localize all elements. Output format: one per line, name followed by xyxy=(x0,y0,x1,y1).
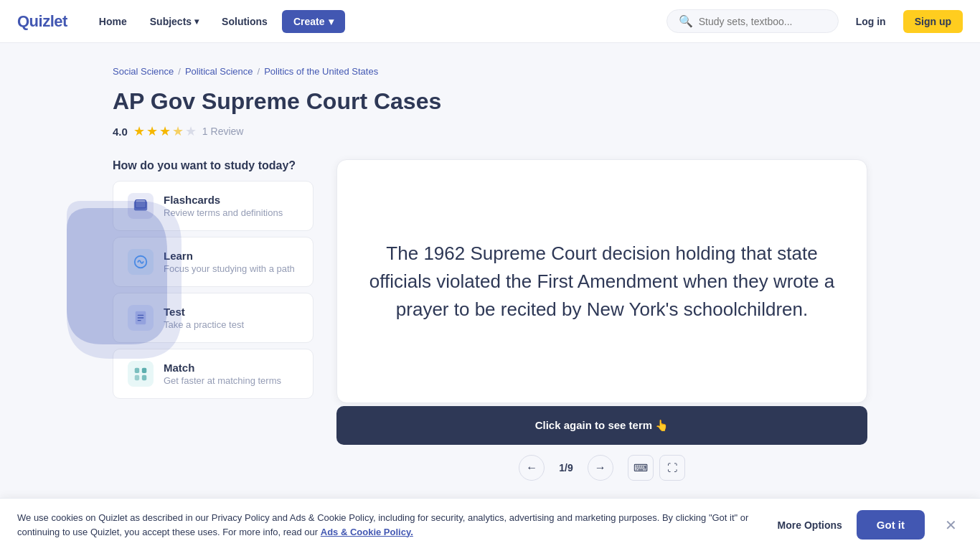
navbar: Quizlet Home Subjects ▾ Solutions Create… xyxy=(0,0,980,43)
signup-button[interactable]: Sign up xyxy=(903,10,963,33)
star-3: ★ xyxy=(159,123,171,139)
create-chevron-icon: ▾ xyxy=(329,16,334,27)
card-counter: 1/9 xyxy=(559,462,573,474)
left-arrow-icon: ← xyxy=(526,461,537,474)
nav-solutions[interactable]: Solutions xyxy=(213,10,276,33)
page-title: AP Gov Supreme Court Cases xyxy=(113,88,867,115)
match-name: Match xyxy=(164,362,298,374)
logo-text: Quizlet xyxy=(17,12,67,31)
study-layout: How do you want to study today? Flashcar… xyxy=(113,159,867,481)
learn-desc: Focus your studying with a path xyxy=(164,263,298,274)
mode-flashcards[interactable]: Flashcards Review terms and definitions xyxy=(113,181,314,231)
match-icon xyxy=(128,361,154,387)
flashcard-nav: ← 1/9 → ⌨ ⛶ xyxy=(336,455,867,481)
star-2: ★ xyxy=(146,123,158,139)
main-content: Social Science / Political Science / Pol… xyxy=(95,43,885,481)
rating-number: 4.0 xyxy=(113,126,128,138)
search-bar[interactable]: 🔍 xyxy=(666,9,839,33)
rating-row: 4.0 ★ ★ ★ ★ ★ 1 Review xyxy=(113,123,867,139)
nav-subjects[interactable]: Subjects ▾ xyxy=(141,10,207,33)
breadcrumb-item-politics-us[interactable]: Politics of the United States xyxy=(264,66,378,77)
test-icon xyxy=(128,305,154,331)
logo[interactable]: Quizlet xyxy=(17,12,67,31)
flashcard-text: The 1962 Supreme Court decision holding … xyxy=(366,240,838,324)
breadcrumb: Social Science / Political Science / Pol… xyxy=(113,66,867,77)
test-desc: Take a practice test xyxy=(164,319,298,330)
learn-name: Learn xyxy=(164,250,298,262)
study-modes-panel: How do you want to study today? Flashcar… xyxy=(113,159,314,405)
breadcrumb-sep-1: / xyxy=(178,66,181,77)
nav-home[interactable]: Home xyxy=(90,10,136,33)
login-button[interactable]: Log in xyxy=(847,10,895,33)
flashcards-name: Flashcards xyxy=(164,194,298,206)
right-arrow-icon: → xyxy=(595,461,606,474)
match-desc: Get faster at matching terms xyxy=(164,375,298,386)
mode-learn[interactable]: Learn Focus your studying with a path xyxy=(113,237,314,287)
keyboard-button[interactable]: ⌨ xyxy=(628,455,654,481)
svg-rect-8 xyxy=(142,368,146,373)
flashcard-cta[interactable]: Click again to see term 👆 xyxy=(336,406,867,445)
study-modes-title: How do you want to study today? xyxy=(113,159,314,172)
prev-card-button[interactable]: ← xyxy=(519,455,545,481)
svg-rect-10 xyxy=(142,375,146,380)
stars: ★ ★ ★ ★ ★ xyxy=(133,123,197,139)
flashcards-icon xyxy=(128,193,154,219)
svg-rect-7 xyxy=(135,368,139,373)
match-info: Match Get faster at matching terms xyxy=(164,362,298,386)
mode-test[interactable]: Test Take a practice test xyxy=(113,293,314,343)
fullscreen-icon: ⛶ xyxy=(667,462,677,474)
flashcard-area: The 1962 Supreme Court decision holding … xyxy=(336,159,867,481)
nav-extra-buttons: ⌨ ⛶ xyxy=(628,455,685,481)
keyboard-icon: ⌨ xyxy=(633,462,648,474)
breadcrumb-item-political-science[interactable]: Political Science xyxy=(185,66,253,77)
svg-rect-9 xyxy=(135,375,139,380)
create-button[interactable]: Create ▾ xyxy=(282,10,346,33)
breadcrumb-item-social-science[interactable]: Social Science xyxy=(113,66,174,77)
navbar-links: Home Subjects ▾ Solutions Create ▾ xyxy=(90,10,666,33)
flashcard[interactable]: The 1962 Supreme Court decision holding … xyxy=(336,159,867,403)
mode-match[interactable]: Match Get faster at matching terms xyxy=(113,349,314,399)
star-4: ★ xyxy=(172,123,184,139)
breadcrumb-sep-2: / xyxy=(258,66,260,77)
navbar-right: 🔍 Log in Sign up xyxy=(666,9,963,33)
test-info: Test Take a practice test xyxy=(164,306,298,330)
learn-info: Learn Focus your studying with a path xyxy=(164,250,298,274)
fullscreen-button[interactable]: ⛶ xyxy=(659,455,685,481)
subjects-chevron-icon: ▾ xyxy=(194,17,199,27)
test-name: Test xyxy=(164,306,298,318)
search-input[interactable] xyxy=(699,16,826,27)
search-icon: 🔍 xyxy=(679,14,693,28)
star-1: ★ xyxy=(133,123,145,139)
flashcards-info: Flashcards Review terms and definitions xyxy=(164,194,298,218)
star-5: ★ xyxy=(185,123,197,139)
next-card-button[interactable]: → xyxy=(588,455,613,481)
svg-rect-0 xyxy=(134,202,147,211)
flashcards-desc: Review terms and definitions xyxy=(164,207,298,218)
review-count: 1 Review xyxy=(202,126,244,137)
learn-icon xyxy=(128,249,154,275)
